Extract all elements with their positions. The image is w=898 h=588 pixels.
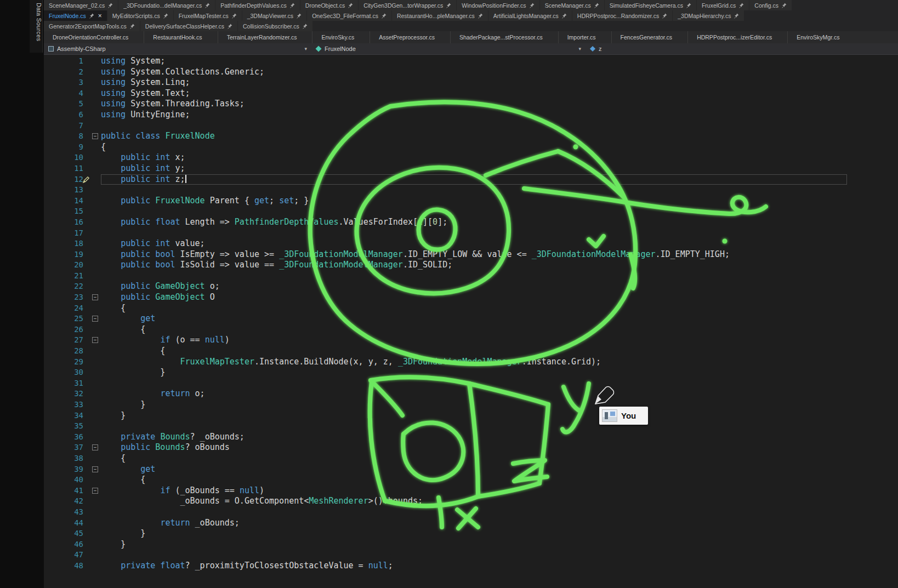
tab[interactable]: EnviroSkyMgr.cs bbox=[787, 31, 848, 43]
tab[interactable]: FruxelMapTester.cs bbox=[174, 10, 242, 21]
code-line[interactable]: 23− public GameObject O bbox=[44, 292, 898, 303]
tab[interactable]: HDRPPostproc...izerEditor.cs bbox=[687, 31, 781, 43]
pin-icon[interactable] bbox=[130, 24, 135, 29]
code-line[interactable]: 39− get bbox=[44, 464, 898, 475]
code-line[interactable]: 43 bbox=[44, 507, 898, 518]
pin-icon[interactable] bbox=[348, 3, 353, 8]
code-line[interactable]: 35 bbox=[44, 421, 898, 432]
pin-icon[interactable] bbox=[686, 3, 691, 8]
code-line[interactable]: 41− if (_oBounds == null) bbox=[44, 486, 898, 496]
tab[interactable]: TerrainLayerRandomizer.cs bbox=[218, 31, 306, 43]
code-line[interactable]: 47 bbox=[44, 550, 898, 561]
fold-collapse-icon[interactable]: − bbox=[92, 337, 98, 343]
pin-icon[interactable] bbox=[382, 13, 387, 19]
pin-icon[interactable] bbox=[232, 13, 237, 19]
code-line[interactable]: 26 { bbox=[44, 324, 898, 335]
code-line[interactable]: 22 public GameObject o; bbox=[44, 281, 898, 292]
code-line[interactable]: 15 bbox=[44, 206, 898, 217]
pin-icon[interactable] bbox=[89, 13, 94, 19]
pin-icon[interactable] bbox=[446, 3, 451, 8]
code-line[interactable]: 9{ bbox=[44, 142, 898, 153]
code-line[interactable]: 45 } bbox=[44, 528, 898, 539]
tab[interactable]: DroneOrientationController.cs bbox=[44, 31, 137, 43]
code-line[interactable]: 11 public int y; bbox=[44, 163, 898, 174]
fold-collapse-icon[interactable]: − bbox=[92, 294, 98, 300]
tab[interactable]: DroneObject.cs bbox=[300, 0, 358, 10]
tab[interactable]: RestaurantHo...pleManager.cs bbox=[392, 10, 488, 21]
code-line[interactable]: 29 FruxelMapTester.Instance.BuildNode(x,… bbox=[44, 357, 898, 368]
pin-icon[interactable] bbox=[228, 24, 232, 29]
code-line[interactable]: 1using System; bbox=[44, 56, 898, 67]
code-line[interactable]: 10 public int x; bbox=[44, 152, 898, 163]
fold-collapse-icon[interactable]: − bbox=[92, 133, 98, 139]
code-line[interactable]: 27− if (o == null) bbox=[44, 335, 898, 346]
code-line[interactable]: 19 public bool IsEmpty => value >= _3DFo… bbox=[44, 249, 898, 260]
code-line[interactable]: 2using System.Collections.Generic; bbox=[44, 67, 898, 78]
code-editor[interactable]: 1using System;2using System.Collections.… bbox=[44, 55, 898, 588]
code-line[interactable]: 44 return _oBounds; bbox=[44, 518, 898, 529]
tab[interactable]: _3DFoundatio...delManager.cs bbox=[118, 0, 215, 10]
project-dropdown[interactable]: Assembly-CSharp ▾ bbox=[44, 43, 311, 54]
data-sources-tool-tab[interactable]: Data Sources bbox=[30, 0, 43, 53]
code-line[interactable]: 17 bbox=[44, 228, 898, 239]
code-line[interactable]: 7 bbox=[44, 121, 898, 132]
tab[interactable]: ShaderPackage...stProcessor.cs bbox=[450, 31, 552, 43]
code-line[interactable]: 34 } bbox=[44, 410, 898, 421]
tab[interactable]: SimulatedFisheyeCamera.cs bbox=[605, 0, 696, 10]
close-icon[interactable]: × bbox=[98, 12, 102, 20]
code-line[interactable]: 6using UnityEngine; bbox=[44, 110, 898, 121]
pin-icon[interactable] bbox=[739, 3, 744, 8]
tab[interactable]: ArtificialLightsManager.cs bbox=[488, 10, 572, 21]
pin-icon[interactable] bbox=[594, 3, 599, 8]
tab[interactable]: AssetPreprocessor.cs bbox=[370, 31, 444, 43]
pin-icon[interactable] bbox=[530, 3, 535, 8]
tab[interactable]: Config.cs bbox=[749, 0, 792, 10]
tab[interactable]: CollisionSubscriber.cs bbox=[238, 21, 312, 31]
code-line[interactable]: 31 bbox=[44, 378, 898, 389]
tab[interactable]: RestaurantHook.cs bbox=[144, 31, 211, 43]
code-line[interactable]: 24 { bbox=[44, 303, 898, 314]
pin-icon[interactable] bbox=[734, 13, 739, 19]
tab[interactable]: PathfinderDepthValues.cs bbox=[215, 0, 300, 10]
code-line[interactable]: 33 } bbox=[44, 399, 898, 410]
pin-icon[interactable] bbox=[163, 13, 168, 19]
code-line[interactable]: 13 bbox=[44, 185, 898, 196]
tab[interactable]: _3DMapHierarchy.cs bbox=[673, 10, 744, 21]
tab[interactable]: MyEditorScripts.cs bbox=[107, 10, 173, 21]
code-line[interactable]: 46 } bbox=[44, 539, 898, 550]
code-line[interactable]: 42 _oBounds = O.GetComponent<MeshRendere… bbox=[44, 496, 898, 507]
pin-icon[interactable] bbox=[782, 3, 787, 8]
code-line[interactable]: 21 bbox=[44, 271, 898, 282]
tab[interactable]: CityGen3DGen...torWrapper.cs bbox=[359, 0, 456, 10]
type-dropdown[interactable]: FruxelNode ▾ bbox=[311, 43, 586, 54]
tab[interactable]: _3DMapViewer.cs bbox=[242, 10, 306, 21]
code-line[interactable]: 4using System.Text; bbox=[44, 88, 898, 99]
tab-active[interactable]: FruxelNode.cs× bbox=[44, 10, 107, 21]
pin-icon[interactable] bbox=[290, 3, 295, 8]
tab[interactable]: EnviroSky.cs bbox=[312, 31, 363, 43]
code-line[interactable]: 30 } bbox=[44, 367, 898, 378]
code-line[interactable]: 36 private Bounds? _oBounds; bbox=[44, 432, 898, 443]
tab[interactable]: Importer.cs bbox=[558, 31, 605, 43]
fold-collapse-icon[interactable]: − bbox=[92, 466, 98, 472]
code-line[interactable]: 12 public int z; bbox=[44, 174, 898, 185]
tab[interactable]: Generator2ExportMapTools.cs bbox=[44, 21, 140, 31]
code-line[interactable]: 5using System.Threading.Tasks; bbox=[44, 99, 898, 110]
tab[interactable]: SceneManager_02.cs bbox=[44, 0, 118, 10]
pin-icon[interactable] bbox=[108, 3, 113, 8]
tab[interactable]: HDRPPostproc...Randomizer.cs bbox=[572, 10, 672, 21]
code-line[interactable]: 8−public class FruxelNode bbox=[44, 131, 898, 142]
code-line[interactable]: 32 return o; bbox=[44, 389, 898, 399]
pin-icon[interactable] bbox=[303, 24, 308, 29]
code-line[interactable]: 37− public Bounds? oBounds bbox=[44, 442, 898, 453]
code-line[interactable]: 40 { bbox=[44, 475, 898, 486]
code-line[interactable]: 20 public bool IsSolid => value == _3DFo… bbox=[44, 260, 898, 271]
pin-icon[interactable] bbox=[205, 3, 210, 8]
pin-icon[interactable] bbox=[662, 13, 667, 19]
code-line[interactable]: 38 { bbox=[44, 453, 898, 464]
tab[interactable]: SceneManager.cs bbox=[540, 0, 604, 10]
fold-collapse-icon[interactable]: − bbox=[92, 488, 98, 494]
code-line[interactable]: 14 public FruxelNode Parent { get; set; … bbox=[44, 196, 898, 207]
tab[interactable]: DeliverySurfaceClassHelper.cs bbox=[140, 21, 237, 31]
fold-collapse-icon[interactable]: − bbox=[92, 444, 98, 450]
